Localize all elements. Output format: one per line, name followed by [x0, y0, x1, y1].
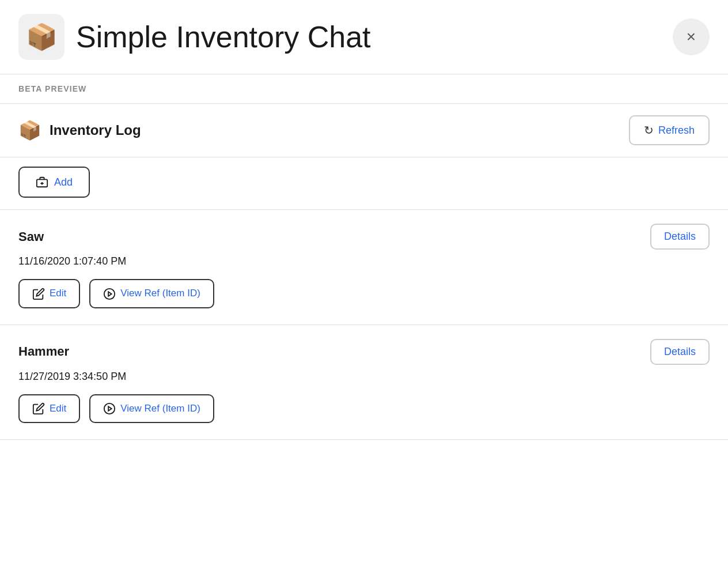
beta-label: BETA PREVIEW — [18, 84, 86, 93]
add-inventory-icon — [36, 176, 48, 188]
svg-point-5 — [104, 403, 115, 414]
app-icon: 📦 — [18, 14, 65, 60]
svg-point-3 — [104, 288, 115, 299]
add-section: Add — [0, 157, 728, 209]
item-saw-details-button[interactable]: Details — [650, 224, 710, 250]
close-button[interactable]: × — [673, 18, 710, 55]
item-hammer-actions: Edit View Ref (Item ID) — [18, 394, 710, 423]
refresh-button[interactable]: ↻ Refresh — [629, 115, 710, 145]
inventory-title: Inventory Log — [50, 122, 141, 138]
app-title: Simple Inventory Chat — [76, 20, 371, 54]
inventory-header: 📦 Inventory Log ↻ Refresh — [0, 104, 728, 157]
svg-marker-4 — [108, 292, 112, 296]
view-ref-icon-2 — [103, 402, 116, 415]
add-button[interactable]: Add — [18, 167, 90, 198]
svg-marker-6 — [108, 406, 112, 410]
item-saw: Saw Details 11/16/2020 1:07:40 PM Edit V… — [0, 209, 728, 324]
edit-icon — [32, 287, 45, 300]
item-hammer-edit-button[interactable]: Edit — [18, 394, 80, 423]
item-saw-edit-label: Edit — [50, 288, 66, 299]
item-saw-name: Saw — [18, 229, 44, 244]
refresh-icon: ↻ — [644, 123, 654, 137]
item-hammer-name: Hammer — [18, 344, 69, 359]
item-saw-edit-button[interactable]: Edit — [18, 279, 80, 308]
item-saw-view-ref-button[interactable]: View Ref (Item ID) — [89, 279, 214, 308]
item-saw-details-label: Details — [664, 231, 696, 243]
add-label: Add — [54, 176, 73, 188]
header-left: 📦 Simple Inventory Chat — [18, 14, 371, 60]
beta-section: BETA PREVIEW — [0, 74, 728, 103]
item-hammer-date: 11/27/2019 3:34:50 PM — [18, 371, 710, 383]
item-saw-actions: Edit View Ref (Item ID) — [18, 279, 710, 308]
item-hammer-view-ref-button[interactable]: View Ref (Item ID) — [89, 394, 214, 423]
edit-icon-2 — [32, 402, 45, 415]
app-header: 📦 Simple Inventory Chat × — [0, 0, 728, 74]
item-hammer-details-button[interactable]: Details — [650, 339, 710, 365]
inventory-header-left: 📦 Inventory Log — [18, 119, 141, 141]
item-saw-date: 11/16/2020 1:07:40 PM — [18, 255, 710, 267]
item-saw-header: Saw Details — [18, 224, 710, 250]
item-hammer-view-ref-label: View Ref (Item ID) — [120, 403, 200, 414]
item-hammer-details-label: Details — [664, 346, 696, 358]
refresh-label: Refresh — [658, 124, 695, 137]
bottom-divider — [0, 439, 728, 440]
item-hammer: Hammer Details 11/27/2019 3:34:50 PM Edi… — [0, 325, 728, 439]
item-saw-view-ref-label: View Ref (Item ID) — [120, 288, 200, 299]
close-icon: × — [687, 28, 696, 46]
inventory-icon: 📦 — [18, 119, 41, 141]
view-ref-icon — [103, 287, 116, 300]
item-hammer-header: Hammer Details — [18, 339, 710, 365]
item-hammer-edit-label: Edit — [50, 403, 66, 414]
